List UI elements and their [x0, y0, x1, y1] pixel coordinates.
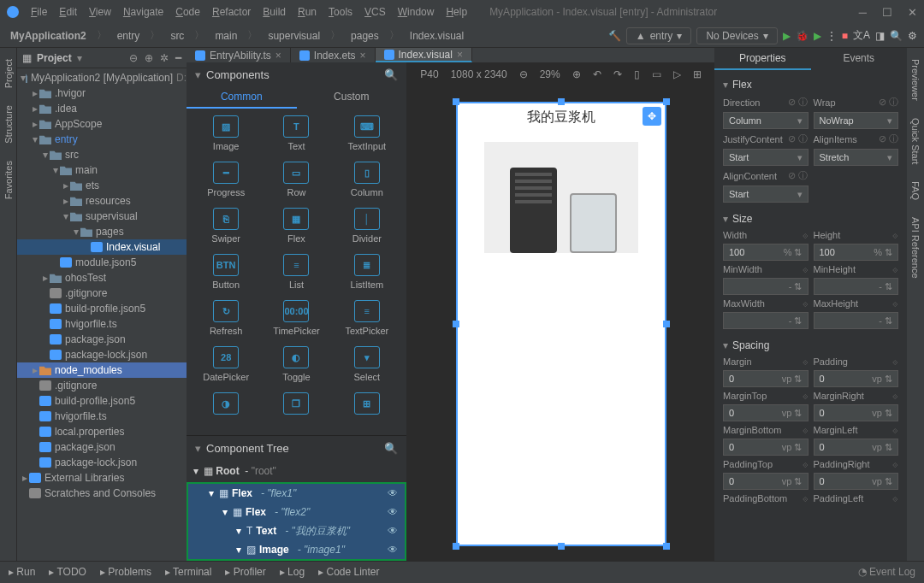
tree-row[interactable]: package-lock.json: [17, 455, 187, 470]
components-subtab-common[interactable]: Common: [187, 86, 297, 109]
component-item[interactable]: ❐: [263, 392, 329, 418]
zoom-level[interactable]: 29%: [540, 68, 560, 80]
hide-icon[interactable]: ━: [175, 52, 181, 64]
margintop-input[interactable]: 0vp ⇅: [723, 404, 808, 421]
side-previewer[interactable]: Previewer: [909, 52, 921, 108]
direction-select[interactable]: Column▾: [723, 112, 808, 129]
menu-edit[interactable]: Edit: [54, 4, 82, 20]
breadcrumb[interactable]: MyApplication2〉entry〉src〉main〉supervisua…: [7, 27, 467, 44]
breadcrumb-item[interactable]: supervisual: [264, 29, 323, 43]
tree-row[interactable]: build-profile.json5: [17, 301, 187, 316]
component-tree-row[interactable]: ▾▦Flex- "flex2"👁: [188, 503, 405, 521]
component-text[interactable]: TText: [263, 115, 329, 151]
bottom-tab-todo[interactable]: ▸ TODO: [49, 566, 86, 578]
component-textpicker[interactable]: ≡TextPicker: [334, 300, 400, 336]
tree-row[interactable]: ▾entry: [17, 132, 187, 147]
editor-tab[interactable]: Index.ets×: [291, 48, 376, 62]
tree-row[interactable]: ▾main: [17, 162, 187, 178]
tree-row[interactable]: module.json5: [17, 255, 187, 270]
component-progress[interactable]: ━Progress: [192, 162, 259, 197]
minwidth-input[interactable]: - ⇅: [723, 278, 808, 295]
tree-row[interactable]: ▸ohosTest: [17, 270, 187, 286]
tree-row[interactable]: ▾pages: [17, 224, 187, 239]
side-project[interactable]: Project: [3, 52, 15, 95]
justify-select[interactable]: Start▾: [723, 149, 808, 166]
undo-icon[interactable]: ↶: [593, 68, 601, 80]
entry-combo[interactable]: ▲ entry ▾: [626, 27, 692, 44]
bottom-tab-log[interactable]: ▸ Log: [280, 566, 305, 578]
side-faq[interactable]: FAQ: [909, 174, 921, 207]
tree-row[interactable]: ▸External Libraries: [17, 470, 187, 486]
coverage-icon[interactable]: ▶: [814, 30, 821, 42]
section-flex[interactable]: Flex: [732, 79, 752, 91]
side-api-reference[interactable]: API Reference: [909, 210, 921, 286]
run-icon[interactable]: ▶: [783, 30, 791, 42]
close-icon[interactable]: ✕: [908, 6, 917, 19]
tree-row[interactable]: .gitignore: [17, 286, 187, 301]
show-options-icon[interactable]: ✲: [160, 52, 169, 64]
component-tree-row[interactable]: ▾▨Image- "image1"👁: [188, 540, 405, 559]
breadcrumb-item[interactable]: pages: [347, 29, 382, 43]
component-toggle[interactable]: ◐Toggle: [263, 346, 329, 382]
phone-icon[interactable]: ▯: [634, 68, 640, 80]
project-tree[interactable]: ▾MyApplication2 [MyApplication]D:▸.hvigo…: [17, 68, 187, 561]
menu-code[interactable]: Code: [170, 4, 205, 20]
tree-row[interactable]: ▸.hvigor: [17, 85, 187, 101]
section-spacing[interactable]: Spacing: [732, 339, 769, 351]
menu-file[interactable]: File: [26, 4, 52, 20]
event-log[interactable]: ◔ Event Log: [858, 566, 915, 578]
component-datepicker[interactable]: 28DatePicker: [192, 346, 259, 382]
component-timepicker[interactable]: 00:00TimePicker: [263, 300, 329, 336]
settings-icon[interactable]: ⚙: [908, 30, 917, 42]
component-flex[interactable]: ▦Flex: [263, 208, 329, 244]
menu-view[interactable]: View: [84, 4, 116, 20]
tree-row[interactable]: package-lock.json: [17, 347, 187, 362]
breadcrumb-item[interactable]: entry: [114, 29, 144, 43]
paddingright-input[interactable]: 0vp ⇅: [814, 473, 899, 490]
editor-tab[interactable]: Index.visual×: [376, 48, 472, 62]
component-tree-selection[interactable]: ▾▦Flex- "flex1"👁▾▦Flex- "flex2"👁▾TText- …: [187, 482, 406, 561]
lang-icon[interactable]: 文A: [853, 28, 870, 43]
component-textinput[interactable]: ⌨TextInput: [334, 115, 400, 151]
move-icon[interactable]: ✥: [643, 107, 661, 126]
menu-window[interactable]: Window: [393, 4, 440, 20]
tree-row[interactable]: ▾src: [17, 147, 187, 162]
layout-icon[interactable]: ⊞: [693, 68, 702, 80]
redo-icon[interactable]: ↷: [613, 68, 622, 80]
tree-row[interactable]: Index.visual: [17, 239, 187, 255]
minheight-input[interactable]: - ⇅: [814, 278, 899, 295]
tree-row[interactable]: ▸node_modules: [17, 362, 187, 378]
devices-combo[interactable]: No Devices ▾: [696, 27, 777, 44]
side-quick-start[interactable]: Quick Start: [909, 111, 921, 171]
debug-icon[interactable]: 🐞: [796, 30, 808, 42]
tablet-icon[interactable]: ▭: [652, 68, 661, 80]
search-icon[interactable]: 🔍: [384, 442, 398, 455]
collapse-icon[interactable]: ⊖: [129, 52, 138, 64]
zoom-out-icon[interactable]: ⊖: [519, 68, 528, 80]
tree-root[interactable]: Root: [216, 465, 239, 477]
menu-build[interactable]: Build: [258, 4, 291, 20]
select-opened-icon[interactable]: ⊕: [145, 52, 153, 64]
component-list[interactable]: ≡List: [263, 254, 329, 290]
breadcrumb-item[interactable]: Index.visual: [406, 29, 467, 43]
component-item[interactable]: ⊞: [334, 392, 400, 418]
play-icon[interactable]: ▷: [673, 68, 681, 80]
props-tab-events[interactable]: Events: [811, 48, 908, 70]
menu-navigate[interactable]: Navigate: [118, 4, 169, 20]
canvas-image[interactable]: [484, 142, 638, 253]
menu-vcs[interactable]: VCS: [359, 4, 391, 20]
tree-row[interactable]: package.json: [17, 332, 187, 347]
zoom-in-icon[interactable]: ⊕: [572, 68, 581, 80]
component-refresh[interactable]: ↻Refresh: [192, 300, 259, 336]
bottom-tab-profiler[interactable]: ▸ Profiler: [225, 566, 265, 578]
section-size[interactable]: Size: [732, 213, 752, 225]
breadcrumb-item[interactable]: MyApplication2: [7, 29, 90, 43]
tree-row[interactable]: build-profile.json5: [17, 393, 187, 409]
tree-row[interactable]: .gitignore: [17, 378, 187, 393]
tree-row[interactable]: package.json: [17, 439, 187, 455]
tree-row[interactable]: ▾supervisual: [17, 209, 187, 224]
component-image[interactable]: ▨Image: [192, 115, 259, 151]
tree-row[interactable]: Scratches and Consoles: [17, 486, 187, 501]
marginright-input[interactable]: 0vp ⇅: [814, 404, 899, 421]
minimize-icon[interactable]: ─: [859, 6, 867, 19]
